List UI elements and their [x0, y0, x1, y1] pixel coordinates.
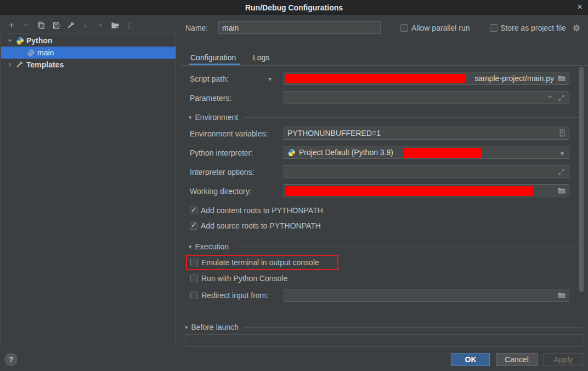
- add-source-roots-label: Add source roots to PYTHONPATH: [201, 221, 321, 230]
- chevron-down-icon: ▾: [189, 114, 192, 121]
- environment-variables-label: Environment variables:: [190, 129, 268, 138]
- allow-parallel-run-label: Allow parallel run: [411, 24, 470, 32]
- cancel-button[interactable]: Cancel: [496, 353, 538, 366]
- run-with-python-console-checkbox[interactable]: [190, 275, 198, 282]
- tabs-separator: [181, 65, 588, 66]
- tab-logs[interactable]: Logs: [253, 53, 269, 62]
- folder-icon[interactable]: [557, 186, 566, 197]
- section-execution[interactable]: ▾ Execution: [189, 242, 583, 251]
- environment-variables-field[interactable]: PYTHONUNBUFFERED=1: [284, 127, 569, 140]
- add-source-roots-checkbox[interactable]: ✓: [190, 222, 197, 230]
- help-button[interactable]: ?: [4, 353, 18, 366]
- chevron-down-icon[interactable]: ▾: [268, 76, 272, 82]
- script-path-value: sample-project/main.py: [474, 74, 554, 83]
- tree-item-label: Templates: [26, 60, 64, 69]
- tree-item-label: Python: [26, 36, 52, 45]
- chevron-down-icon[interactable]: ▾: [561, 150, 564, 157]
- move-down-icon: ▼: [95, 20, 105, 30]
- section-divider: [234, 247, 583, 247]
- tree-item-main[interactable]: main: [1, 47, 176, 59]
- sort-alphabetically-icon: a z: [125, 20, 135, 30]
- store-as-project-file-checkbox[interactable]: [490, 24, 497, 32]
- store-as-project-file-label: Store as project file: [500, 24, 566, 32]
- wrench-icon: [15, 60, 24, 69]
- configurations-tree: Python main Templates: [1, 33, 176, 346]
- script-path-label: Script path:: [190, 75, 229, 83]
- name-label: Name:: [185, 24, 208, 32]
- tree-item-templates[interactable]: Templates: [1, 59, 176, 71]
- section-divider: [244, 327, 583, 328]
- python-interpreter-label: Python interpreter:: [190, 149, 253, 157]
- python-interpreter-value: Project Default (Python 3.9): [299, 148, 393, 157]
- expand-icon[interactable]: [557, 168, 566, 178]
- gear-icon[interactable]: [572, 24, 581, 35]
- before-launch-task-list[interactable]: [185, 334, 583, 347]
- configurations-toolbar: + − ▲ ▼ a: [7, 20, 135, 30]
- section-before-launch[interactable]: ▾ Before launch: [185, 323, 583, 332]
- name-input[interactable]: [218, 21, 381, 34]
- redaction: [286, 186, 533, 196]
- ok-button[interactable]: OK: [451, 353, 490, 366]
- section-label: Before launch: [191, 323, 239, 332]
- python-interpreter-combobox[interactable]: Project Default (Python 3.9) ▾: [284, 146, 569, 159]
- interpreter-options-field[interactable]: [284, 165, 569, 178]
- environment-variables-value: PYTHONUNBUFFERED=1: [287, 129, 381, 138]
- run-with-python-console-label: Run with Python Console: [201, 274, 287, 283]
- save-icon[interactable]: [51, 20, 61, 30]
- add-content-roots-label: Add content roots to PYTHONPATH: [201, 206, 323, 215]
- dialog-title: Run/Debug Configurations: [245, 3, 343, 12]
- move-up-icon: ▲: [81, 20, 91, 30]
- working-directory-field[interactable]: [284, 184, 569, 197]
- section-divider: [244, 117, 583, 118]
- copy-icon[interactable]: [36, 20, 46, 30]
- section-label: Execution: [195, 242, 229, 251]
- close-icon[interactable]: ×: [577, 1, 583, 13]
- section-label: Environment: [195, 113, 239, 122]
- emulate-terminal-checkbox[interactable]: [190, 259, 198, 266]
- parameters-label: Parameters:: [190, 94, 231, 102]
- add-content-roots-checkbox[interactable]: ✓: [190, 207, 197, 214]
- edit-templates-wrench-icon[interactable]: [66, 20, 76, 30]
- tab-configuration[interactable]: Configuration: [190, 53, 236, 62]
- python-icon: [26, 48, 35, 57]
- chevron-down-icon: ▾: [185, 324, 188, 331]
- working-directory-label: Working directory:: [190, 187, 252, 196]
- script-path-field[interactable]: sample-project/main.py: [284, 72, 569, 85]
- section-environment[interactable]: ▾ Environment: [189, 113, 583, 122]
- vertical-scrollbar-thumb[interactable]: [579, 67, 584, 292]
- python-icon: [15, 36, 24, 45]
- chevron-down-icon[interactable]: [6, 37, 14, 44]
- python-icon: [287, 149, 296, 157]
- redaction: [403, 148, 482, 158]
- redirect-input-label: Redirect input from:: [201, 291, 268, 300]
- redaction: [286, 74, 466, 83]
- redirect-input-checkbox[interactable]: [190, 292, 198, 299]
- interpreter-options-label: Interpreter options:: [190, 168, 255, 176]
- dialog-titlebar: Run/Debug Configurations ×: [0, 0, 588, 15]
- add-icon[interactable]: +: [7, 20, 16, 30]
- check-icon: ✓: [191, 221, 197, 229]
- parameters-field[interactable]: +: [284, 91, 569, 104]
- folder-icon[interactable]: [557, 291, 566, 301]
- run-debug-configurations-dialog: Run/Debug Configurations × + − ▲ ▼: [0, 0, 588, 371]
- tree-item-python[interactable]: Python: [1, 35, 176, 47]
- redirect-input-field[interactable]: [284, 289, 569, 302]
- new-folder-icon[interactable]: [110, 20, 120, 30]
- svg-text:a: a: [131, 21, 133, 25]
- svg-text:z: z: [131, 26, 132, 29]
- chevron-right-icon[interactable]: [6, 61, 14, 69]
- allow-parallel-run-checkbox[interactable]: [400, 24, 408, 32]
- edit-variables-icon[interactable]: [558, 129, 566, 139]
- insert-macro-plus-icon[interactable]: +: [547, 92, 552, 102]
- folder-icon[interactable]: [557, 74, 566, 84]
- tree-item-label: main: [37, 48, 54, 57]
- expand-icon[interactable]: [557, 94, 566, 104]
- check-icon: ✓: [191, 206, 197, 214]
- remove-icon[interactable]: −: [21, 20, 31, 30]
- apply-button: Apply: [544, 353, 583, 366]
- chevron-down-icon: ▾: [189, 243, 192, 250]
- emulate-terminal-label: Emulate terminal in output console: [201, 258, 319, 267]
